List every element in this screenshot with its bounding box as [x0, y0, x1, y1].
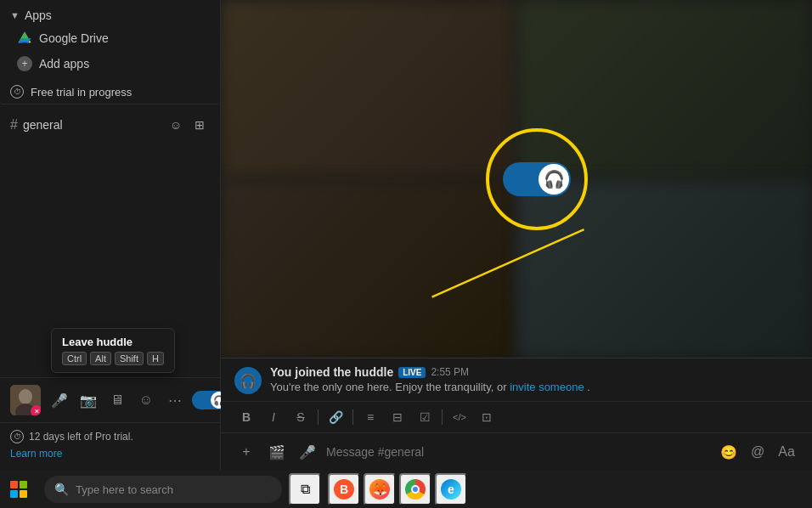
apps-header[interactable]: ▼ Apps: [10, 5, 210, 25]
screen-share-button[interactable]: 🖥: [105, 388, 129, 412]
huddle-text: You joined the huddle LIVE 2:55 PM You'r…: [270, 365, 798, 393]
code-button[interactable]: </>: [448, 405, 471, 429]
mention-button[interactable]: @: [746, 440, 770, 464]
invite-someone-link[interactable]: invite someone: [510, 381, 584, 393]
huddle-desc-text: You're the only one here. Enjoy the tran…: [270, 381, 510, 393]
live-badge: LIVE: [398, 367, 426, 378]
user-toolbar: 🎤 📷 🖥 ☺ ⋯ 🎧: [48, 388, 246, 412]
divider-3: [442, 409, 443, 425]
message-input[interactable]: [326, 445, 710, 459]
learn-more-link[interactable]: Learn more: [10, 448, 62, 460]
edge-icon: e: [441, 479, 461, 500]
start-square-yellow: [20, 490, 27, 498]
ordered-list-button[interactable]: ⊟: [386, 405, 409, 429]
text-format-button[interactable]: Aa: [775, 440, 798, 464]
input-actions: 😊 @ Aa: [717, 440, 798, 464]
huddle-time: 2:55 PM: [431, 366, 469, 378]
huddle-notification: 🎧 You joined the huddle LIVE 2:55 PM You…: [221, 358, 812, 402]
firefox-browser-button[interactable]: 🦊: [364, 473, 396, 505]
huddle-title: You joined the huddle: [270, 365, 393, 379]
headphone-icon-large: 🎧: [544, 169, 565, 189]
sidebar-user-area: ✕ 🎤 📷 🖥 ☺ ⋯ 🎧: [0, 377, 220, 422]
unordered-list-button[interactable]: ≡: [358, 405, 382, 429]
channel-icons: ☺ ⊞: [166, 115, 210, 135]
mic-button[interactable]: 🎤: [48, 388, 71, 412]
key-alt: Alt: [90, 352, 111, 365]
days-left-label: 12 days left of Pro trial.: [29, 431, 133, 443]
video-clip-button[interactable]: 🎬: [265, 440, 289, 464]
big-toggle-knob: 🎧: [539, 164, 569, 195]
clock-bottom-icon: ⏱: [10, 430, 24, 443]
big-toggle-switch[interactable]: 🎧: [503, 162, 571, 196]
start-square-green: [20, 481, 27, 488]
task-view-button[interactable]: ⧉: [289, 473, 321, 505]
main-content: 🎧 🎧 You joined the huddle LIVE 2:: [221, 0, 812, 471]
channel-emoji-button[interactable]: ☺: [166, 115, 186, 135]
leave-huddle-tooltip: Leave huddle Ctrl Alt Shift H: [51, 328, 175, 373]
mic-muted-badge: ✕: [31, 405, 41, 415]
free-trial-area: ⏱ 12 days left of Pro trial. Learn more: [0, 422, 220, 471]
user-avatar[interactable]: ✕: [10, 385, 41, 415]
add-content-button[interactable]: +: [234, 440, 258, 464]
more-options-button[interactable]: ⋯: [163, 388, 187, 412]
start-square-blue: [10, 490, 18, 498]
channel-item-general[interactable]: # general ☺ ⊞: [0, 111, 220, 138]
search-icon: 🔍: [54, 483, 69, 496]
brave-icon: B: [334, 479, 354, 500]
add-apps-label: Add apps: [39, 57, 89, 71]
link-button[interactable]: 🔗: [324, 405, 347, 429]
google-drive-label: Google Drive: [39, 31, 109, 45]
sidebar-item-google-drive[interactable]: Google Drive: [10, 25, 210, 51]
toggle-annotation-overlay: 🎧: [486, 128, 588, 230]
format-toolbar: B I S 🔗 ≡ ⊟ ☑ </> ⊡: [221, 402, 812, 433]
channel-name: general: [23, 118, 63, 132]
bold-button[interactable]: B: [234, 405, 258, 429]
emoji-button[interactable]: ☺: [134, 388, 158, 412]
video-tile-1: [221, 0, 516, 178]
start-square-red: [10, 481, 18, 488]
sidebar-item-free-trial: ⏱ Free trial in progress: [0, 80, 220, 104]
windows-logo: [10, 481, 27, 498]
chrome-center: [411, 485, 420, 494]
huddle-description: You're the only one here. Enjoy the tran…: [270, 381, 798, 393]
checklist-button[interactable]: ☑: [413, 405, 437, 429]
divider-1: [318, 409, 319, 425]
channel-layout-button[interactable]: ⊞: [189, 115, 210, 135]
apps-label: Apps: [25, 8, 52, 22]
clock-icon: ⏱: [10, 85, 24, 99]
days-left-row: ⏱ 12 days left of Pro trial.: [10, 430, 210, 443]
message-input-area: + 🎬 🎤 😊 @ Aa: [221, 433, 812, 471]
user-row: ✕ 🎤 📷 🖥 ☺ ⋯ 🎧: [10, 385, 210, 415]
key-shift: Shift: [115, 352, 144, 365]
taskbar: 🔍 Type here to search ⧉ B 🦊 e: [0, 471, 812, 508]
taskbar-search[interactable]: 🔍 Type here to search: [44, 476, 282, 503]
shortcut-keys: Ctrl Alt Shift H: [62, 352, 164, 365]
google-drive-icon: [17, 31, 32, 46]
emoji-picker-button[interactable]: 😊: [717, 440, 741, 464]
start-button[interactable]: [0, 471, 37, 508]
brave-browser-button[interactable]: B: [328, 473, 360, 505]
toggle-highlight-circle: 🎧: [486, 128, 588, 230]
edge-browser-button[interactable]: e: [435, 473, 467, 505]
chrome-icon: [405, 479, 426, 500]
audio-button[interactable]: 🎤: [296, 440, 319, 464]
sidebar-item-add-apps[interactable]: + Add apps: [10, 51, 210, 76]
sidebar: ▼ Apps Google Drive + Add apps ⏱ Free tr…: [0, 0, 221, 471]
chrome-browser-button[interactable]: [399, 473, 431, 505]
search-placeholder-text: Type here to search: [76, 483, 173, 496]
huddle-desc-end: .: [587, 381, 590, 393]
firefox-icon: 🦊: [369, 479, 390, 500]
free-trial-label: Free trial in progress: [31, 86, 132, 99]
svg-point-1: [19, 389, 32, 404]
message-area: 🎧 You joined the huddle LIVE 2:55 PM You…: [221, 358, 812, 471]
hash-icon: #: [10, 117, 18, 133]
huddle-headphone-icon: 🎧: [234, 367, 262, 394]
block-button[interactable]: ⊡: [475, 405, 499, 429]
italic-button[interactable]: I: [262, 405, 285, 429]
key-ctrl: Ctrl: [62, 352, 87, 365]
key-h: H: [147, 352, 164, 365]
tooltip-title: Leave huddle: [62, 336, 164, 348]
video-button[interactable]: 📷: [76, 388, 100, 412]
strikethrough-button[interactable]: S: [289, 405, 313, 429]
chevron-down-icon: ▼: [10, 10, 20, 20]
